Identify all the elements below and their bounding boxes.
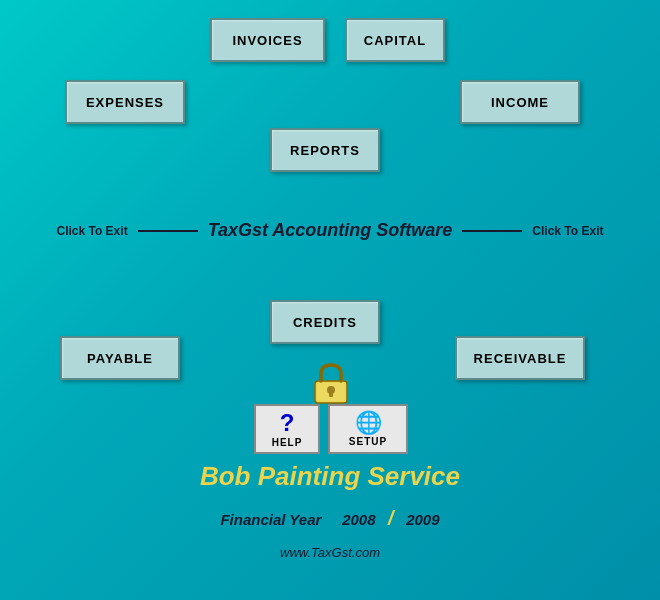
help-label: HELP <box>272 437 303 448</box>
receivable-label: RECEIVABLE <box>474 351 567 366</box>
year-start: 2008 <box>342 511 375 528</box>
exit-left[interactable]: Click To Exit <box>57 224 128 238</box>
payable-button[interactable]: PAYABLE <box>60 336 180 380</box>
setup-button[interactable]: 🌐 SETUP <box>328 404 408 454</box>
capital-button[interactable]: CAPITAL <box>345 18 445 62</box>
invoices-button[interactable]: INVOICES <box>210 18 325 62</box>
expenses-label: EXPENSES <box>86 95 164 110</box>
reports-label: REPORTS <box>290 143 360 158</box>
exit-right[interactable]: Click To Exit <box>532 224 603 238</box>
title-line-right <box>462 230 522 232</box>
capital-label: CAPITAL <box>364 33 426 48</box>
financial-year-label: Financial Year <box>220 511 321 528</box>
svg-rect-3 <box>317 383 345 401</box>
company-name: Bob Painting Service <box>0 461 660 492</box>
income-button[interactable]: INCOME <box>460 80 580 124</box>
income-label: INCOME <box>491 95 549 110</box>
invoices-label: INVOICES <box>232 33 302 48</box>
credits-button[interactable]: CREDITS <box>270 300 380 344</box>
setup-label: SETUP <box>349 436 387 447</box>
app-title: TaxGst Accounting Software <box>208 220 453 241</box>
help-button[interactable]: ? HELP <box>254 404 320 454</box>
receivable-button[interactable]: RECEIVABLE <box>455 336 585 380</box>
title-section: Click To Exit TaxGst Accounting Software… <box>0 220 660 241</box>
year-slash: / <box>388 507 394 529</box>
help-icon: ? <box>280 411 295 435</box>
year-end: 2009 <box>406 511 439 528</box>
lock-icon[interactable] <box>306 358 356 408</box>
setup-icon: 🌐 <box>355 412 382 434</box>
credits-label: CREDITS <box>293 315 357 330</box>
title-line-left <box>138 230 198 232</box>
expenses-button[interactable]: EXPENSES <box>65 80 185 124</box>
payable-label: PAYABLE <box>87 351 153 366</box>
financial-year: Financial Year 2008 / 2009 <box>0 507 660 530</box>
website-url: www.TaxGst.com <box>0 545 660 560</box>
reports-button[interactable]: REPORTS <box>270 128 380 172</box>
